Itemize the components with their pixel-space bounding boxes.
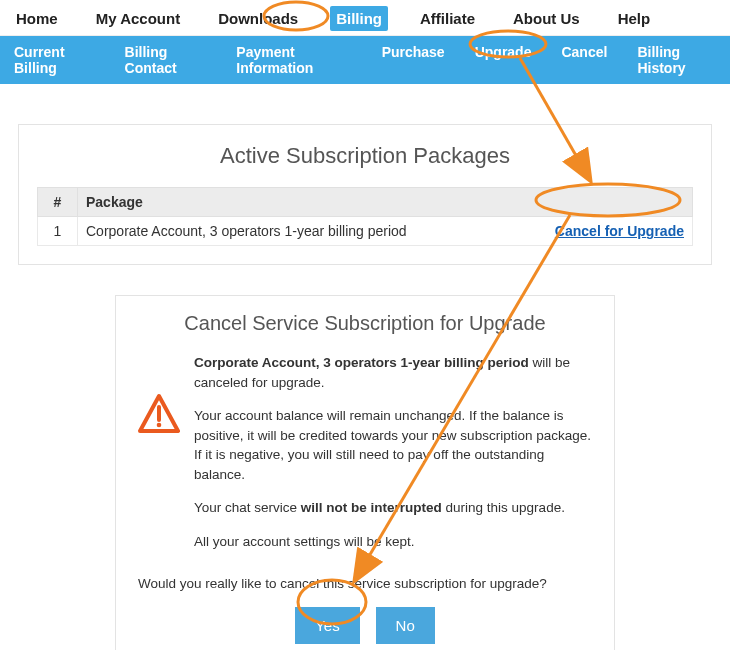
billing-subnav: Current Billing Billing Contact Payment …	[0, 36, 730, 84]
col-package: Package	[78, 188, 693, 217]
cancel-upgrade-dialog: Cancel Service Subscription for Upgrade …	[115, 295, 615, 650]
panel-title: Active Subscription Packages	[37, 143, 693, 169]
dialog-body-text: Corporate Account, 3 operators 1-year bi…	[194, 353, 592, 566]
subnav-current-billing[interactable]: Current Billing	[10, 42, 99, 78]
cell-num: 1	[38, 217, 78, 246]
active-subscriptions-panel: Active Subscription Packages # Package 1…	[18, 124, 712, 265]
top-nav: Home My Account Downloads Billing Affili…	[0, 0, 730, 36]
dialog-confirm-text: Would you really like to cancel this ser…	[138, 576, 592, 591]
nav-affiliate[interactable]: Affiliate	[414, 6, 481, 31]
subnav-upgrade[interactable]: Upgrade	[471, 42, 536, 78]
dialog-balance-text: Your account balance will remain unchang…	[194, 406, 592, 484]
dialog-buttons: Yes No	[138, 607, 592, 644]
col-num: #	[38, 188, 78, 217]
subnav-billing-history[interactable]: Billing History	[633, 42, 720, 78]
dialog-title: Cancel Service Subscription for Upgrade	[138, 312, 592, 335]
dialog-package-name: Corporate Account, 3 operators 1-year bi…	[194, 355, 529, 370]
table-row: 1 Corporate Account, 3 operators 1-year …	[38, 217, 693, 246]
dialog-chat-prefix: Your chat service	[194, 500, 301, 515]
nav-home[interactable]: Home	[10, 6, 64, 31]
nav-my-account[interactable]: My Account	[90, 6, 186, 31]
subscriptions-table: # Package 1 Corporate Account, 3 operato…	[37, 187, 693, 246]
subnav-cancel[interactable]: Cancel	[557, 42, 611, 78]
subnav-billing-contact[interactable]: Billing Contact	[121, 42, 211, 78]
no-button[interactable]: No	[376, 607, 435, 644]
nav-about-us[interactable]: About Us	[507, 6, 586, 31]
dialog-chat-bold: will not be interrupted	[301, 500, 442, 515]
subnav-payment-information[interactable]: Payment Information	[232, 42, 355, 78]
svg-point-2	[157, 423, 162, 428]
cancel-for-upgrade-link[interactable]: Cancel for Upgrade	[555, 223, 684, 239]
dialog-chat-suffix: during this upgrade.	[442, 500, 565, 515]
package-name-text: Corporate Account, 3 operators 1-year bi…	[86, 223, 407, 239]
cell-package: Corporate Account, 3 operators 1-year bi…	[78, 217, 693, 246]
warning-icon	[138, 393, 180, 438]
nav-downloads[interactable]: Downloads	[212, 6, 304, 31]
nav-help[interactable]: Help	[612, 6, 657, 31]
nav-billing[interactable]: Billing	[330, 6, 388, 31]
dialog-settings-text: All your account settings will be kept.	[194, 532, 592, 552]
subnav-purchase[interactable]: Purchase	[378, 42, 449, 78]
yes-button[interactable]: Yes	[295, 607, 359, 644]
